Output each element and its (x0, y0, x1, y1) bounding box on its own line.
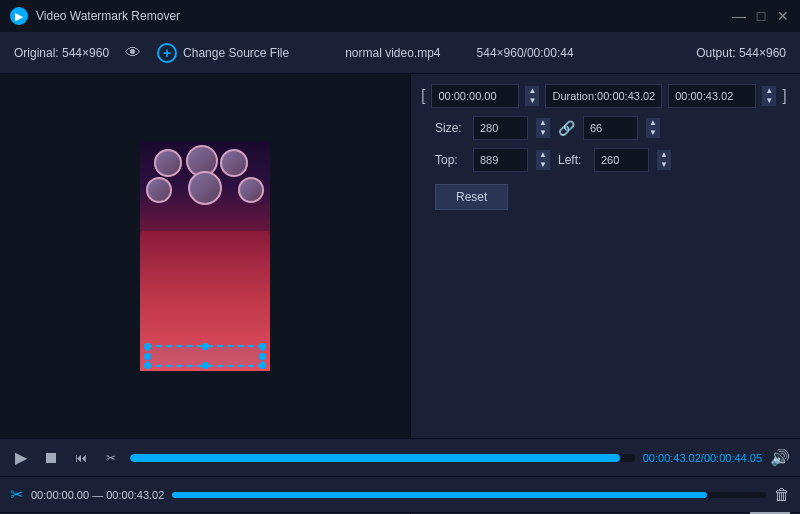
duration-label: Duration:00:00:43.02 (545, 84, 662, 108)
watermark-selection-box[interactable] (146, 345, 264, 367)
clip-track[interactable] (172, 492, 766, 498)
left-input[interactable] (594, 148, 649, 172)
reset-container: Reset (421, 180, 790, 210)
height-input[interactable] (583, 116, 638, 140)
time-start-spinner[interactable]: ▲ ▼ (525, 86, 539, 106)
spinner-down-2[interactable]: ▼ (762, 96, 776, 106)
spinner-down[interactable]: ▼ (525, 96, 539, 106)
top-input[interactable] (473, 148, 528, 172)
height-up[interactable]: ▲ (646, 118, 660, 128)
time-end-input[interactable] (668, 84, 756, 108)
file-info: 544×960/00:00:44 (477, 46, 574, 60)
handle-mid-left[interactable] (144, 353, 151, 360)
height-down[interactable]: ▼ (646, 128, 660, 138)
clip-button[interactable]: ✂ (100, 447, 122, 469)
delete-icon[interactable]: 🗑 (774, 486, 790, 504)
bracket-right: ] (782, 87, 786, 105)
timeline-fill (130, 454, 620, 462)
bracket-left: [ (421, 87, 425, 105)
width-spinner[interactable]: ▲ ▼ (536, 118, 550, 138)
timeline-track[interactable] (130, 454, 635, 462)
app-icon: ▶ (10, 7, 28, 25)
width-input[interactable] (473, 116, 528, 140)
minimize-button[interactable]: — (732, 9, 746, 23)
reset-button[interactable]: Reset (435, 184, 508, 210)
preview-area (0, 74, 410, 438)
height-spinner[interactable]: ▲ ▼ (646, 118, 660, 138)
cake-circle-5 (188, 171, 222, 205)
window-controls: — □ ✕ (732, 9, 790, 23)
timeline-container (130, 454, 635, 462)
time-end-spinner[interactable]: ▲ ▼ (762, 86, 776, 106)
file-name: normal video.mp4 (345, 46, 440, 60)
handle-bottom-center[interactable] (202, 362, 209, 369)
clip-fill (172, 492, 706, 498)
size-label: Size: (435, 121, 465, 135)
time-start-input[interactable] (431, 84, 519, 108)
cake-circle-4 (146, 177, 172, 203)
spinner-up-2[interactable]: ▲ (762, 86, 776, 96)
size-row: Size: ▲ ▼ 🔗 ▲ ▼ (421, 116, 790, 140)
width-up[interactable]: ▲ (536, 118, 550, 128)
cake-circle-6 (238, 177, 264, 203)
left-up[interactable]: ▲ (657, 150, 671, 160)
change-source-button[interactable]: + Change Source File (157, 43, 289, 63)
top-bar: Original: 544×960 👁 + Change Source File… (0, 32, 800, 74)
title-bar: ▶ Video Watermark Remover — □ ✕ (0, 0, 800, 32)
position-row: Top: ▲ ▼ Left: ▲ ▼ (421, 148, 790, 172)
handle-top-center[interactable] (202, 343, 209, 350)
width-down[interactable]: ▼ (536, 128, 550, 138)
video-preview (140, 141, 270, 371)
app-title: Video Watermark Remover (36, 9, 180, 23)
clip-range: 00:00:00.00 — 00:00:43.02 (31, 489, 164, 501)
volume-icon[interactable]: 🔊 (770, 448, 790, 467)
cake-circle-3 (220, 149, 248, 177)
handle-top-left[interactable] (144, 343, 151, 350)
stop-button[interactable]: ⏹ (40, 447, 62, 469)
main-content: [ ▲ ▼ Duration:00:00:43.02 ▲ ▼ ] Size: ▲… (0, 74, 800, 438)
eye-icon[interactable]: 👁 (125, 44, 141, 62)
left-down[interactable]: ▼ (657, 160, 671, 170)
left-label: Left: (558, 153, 586, 167)
play-button[interactable]: ▶ (10, 447, 32, 469)
output-info: Output: 544×960 (696, 46, 786, 60)
original-info: Original: 544×960 (14, 46, 109, 60)
handle-bottom-right[interactable] (259, 362, 266, 369)
spinner-up[interactable]: ▲ (525, 86, 539, 96)
cake-circle-1 (154, 149, 182, 177)
close-button[interactable]: ✕ (776, 9, 790, 23)
left-spinner[interactable]: ▲ ▼ (657, 150, 671, 170)
maximize-button[interactable]: □ (754, 9, 768, 23)
time-row: [ ▲ ▼ Duration:00:00:43.02 ▲ ▼ ] (421, 84, 790, 108)
time-display: 00:00:43.02/00:00:44.05 (643, 452, 762, 464)
top-down[interactable]: ▼ (536, 160, 550, 170)
video-image (140, 141, 270, 371)
clip-bar: ✂ 00:00:00.00 — 00:00:43.02 🗑 (0, 476, 800, 512)
top-label: Top: (435, 153, 465, 167)
handle-mid-right[interactable] (259, 353, 266, 360)
handle-top-right[interactable] (259, 343, 266, 350)
handle-bottom-left[interactable] (144, 362, 151, 369)
right-panel: [ ▲ ▼ Duration:00:00:43.02 ▲ ▼ ] Size: ▲… (410, 74, 800, 438)
link-icon: 🔗 (558, 120, 575, 136)
scissors-icon: ✂ (10, 485, 23, 504)
plus-circle-icon: + (157, 43, 177, 63)
playback-bar: ▶ ⏹ ⏮ ✂ 00:00:43.02/00:00:44.05 🔊 (0, 438, 800, 476)
top-spinner[interactable]: ▲ ▼ (536, 150, 550, 170)
top-up[interactable]: ▲ (536, 150, 550, 160)
prev-frame-button[interactable]: ⏮ (70, 447, 92, 469)
